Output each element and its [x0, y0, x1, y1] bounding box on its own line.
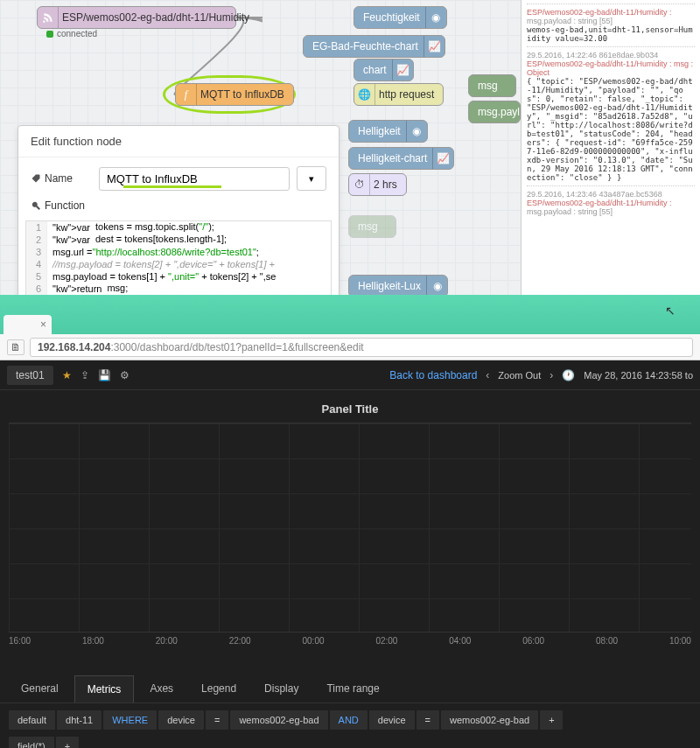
- url-path: :3000/dashboard/db/test01?panelId=1&full…: [110, 341, 363, 353]
- query-row-from: default dht-11 WHERE device = wemos002-e…: [0, 703, 700, 737]
- node-label: EG-Bad-Feuchte-chart: [312, 40, 418, 52]
- address-bar: 🗎 192.168.14.204:3000/dashboard/db/test0…: [0, 334, 700, 360]
- save-icon[interactable]: 💾: [98, 369, 111, 381]
- node-label: Helligkeit-chart: [358, 152, 427, 164]
- node-status: connected: [46, 29, 97, 38]
- panel-title[interactable]: Panel Title: [0, 390, 700, 423]
- mouse-cursor: ↖: [665, 304, 676, 318]
- x-tick: 06:00: [522, 636, 544, 646]
- tab-axes[interactable]: Axes: [137, 675, 186, 703]
- code-line[interactable]: 3msg.url ="http://localhost:8086/write?d…: [26, 246, 331, 258]
- seg-tagkey2[interactable]: device: [369, 710, 415, 730]
- name-label: Name: [31, 172, 92, 185]
- debug-msg-node[interactable]: msg: [468, 74, 516, 97]
- gauge-icon: ◉: [406, 121, 427, 142]
- panel-title: Edit function node: [18, 126, 339, 157]
- debug-sidebar[interactable]: ESP/wemos002-eg-bad/dht-11/Humidity :msg…: [521, 0, 700, 295]
- back-to-dashboard-link[interactable]: Back to dashboard: [389, 369, 477, 381]
- nodered-canvas[interactable]: ESP/wemos002-eg-bad/dht-11/Humidity conn…: [0, 0, 700, 295]
- seg-tagkey1[interactable]: device: [158, 710, 204, 730]
- debug-payload-node[interactable]: msg.payl: [468, 101, 521, 123]
- seg-and: AND: [330, 710, 368, 730]
- mqtt-node-label: ESP/wemos002-eg-bad/dht-11/Humidity: [62, 11, 249, 24]
- feuchtigkeit-node[interactable]: Feuchtigkeit ◉: [354, 6, 447, 29]
- node-label: 2 hrs: [374, 178, 397, 191]
- seg-where: WHERE: [103, 710, 157, 730]
- chart-node[interactable]: chart 📈: [354, 59, 414, 81]
- globe-icon: 🌐: [354, 84, 375, 105]
- function-node[interactable]: f MQTT to InfluxDB: [175, 83, 294, 106]
- feuchte-chart-node[interactable]: EG-Bad-Feuchte-chart 📈: [303, 35, 445, 58]
- x-tick: 20:00: [156, 636, 178, 646]
- seg-tagval2[interactable]: wemos002-eg-bad: [441, 710, 538, 730]
- zoom-out-button[interactable]: Zoom Out: [498, 370, 541, 381]
- tab-metrics[interactable]: Metrics: [74, 675, 135, 703]
- underline-highlight: [123, 185, 221, 188]
- settings-icon[interactable]: ⚙: [120, 369, 130, 381]
- x-tick: 04:00: [449, 636, 471, 646]
- browser-tab[interactable]: ×: [4, 315, 52, 334]
- code-line[interactable]: 4//msg.payload = tokens[2] + ",device=" …: [26, 258, 331, 270]
- query-row-select: field(*) +: [0, 737, 700, 748]
- code-line[interactable]: 1"kw">var tokens = msg.topic.split("/");: [26, 221, 331, 234]
- seg-measurement[interactable]: dht-11: [57, 710, 102, 730]
- mqtt-in-node[interactable]: ESP/wemos002-eg-bad/dht-11/Humidity conn…: [37, 6, 236, 29]
- node-label: Helligkeit-Lux: [358, 280, 421, 292]
- add-condition-button[interactable]: +: [540, 710, 563, 730]
- node-label: MQTT to InfluxDB: [200, 88, 284, 101]
- tab-general[interactable]: General: [9, 675, 71, 703]
- seg-eq1[interactable]: =: [206, 710, 228, 730]
- code-editor[interactable]: 1"kw">var tokens = msg.topic.split("/");…: [25, 220, 332, 295]
- helligkeit-lux-node[interactable]: Helligkeit-Lux ◉: [348, 275, 448, 295]
- code-line[interactable]: 2"kw">var dest = tokens[tokens.length-1]…: [26, 234, 331, 246]
- star-icon[interactable]: ★: [62, 369, 72, 381]
- time-range-display[interactable]: May 28, 2016 14:23:58 to: [584, 370, 693, 381]
- http-request-node[interactable]: 🌐 http request: [354, 83, 444, 106]
- add-field-button[interactable]: +: [56, 737, 79, 748]
- chart-icon: 📈: [424, 36, 444, 57]
- clock-icon: 🕐: [562, 369, 575, 381]
- node-label: msg: [478, 80, 498, 92]
- code-line[interactable]: 6"kw">return msg;: [26, 283, 331, 295]
- gauge-icon: ◉: [425, 7, 446, 28]
- delay-node[interactable]: ⏱ 2 hrs: [348, 173, 407, 196]
- seg-tagval1[interactable]: wemos002-eg-bad: [230, 710, 327, 730]
- mqtt-icon: [38, 7, 59, 28]
- x-tick: 00:00: [303, 636, 325, 646]
- x-tick: 08:00: [596, 636, 618, 646]
- edit-function-panel: Edit function node Name ▾ Function 1"kw"…: [18, 125, 340, 295]
- share-icon[interactable]: ⇪: [80, 369, 89, 381]
- tab-display[interactable]: Display: [252, 675, 311, 703]
- helligkeit-node[interactable]: Helligkeit ◉: [348, 120, 428, 143]
- chevron-left-icon[interactable]: ‹: [486, 369, 489, 381]
- code-line[interactable]: 5msg.payload = tokens[1] + ",unit=" + to…: [26, 270, 331, 283]
- function-icon: f: [176, 84, 197, 105]
- tab-legend[interactable]: Legend: [189, 675, 248, 703]
- debug-disabled-node[interactable]: msg: [348, 215, 396, 238]
- tag-icon: [31, 173, 41, 184]
- debug-entry[interactable]: 29.5.2016, 14:22:46 861e8dae.9b034ESP/we…: [527, 46, 695, 185]
- chart-icon: 📈: [392, 59, 413, 80]
- node-label: msg: [358, 220, 378, 233]
- url-input[interactable]: 192.168.14.204:3000/dashboard/db/test01?…: [30, 338, 693, 357]
- x-tick: 02:00: [375, 636, 397, 646]
- seg-default[interactable]: default: [9, 710, 55, 730]
- gauge-icon: ◉: [426, 276, 447, 295]
- debug-entry[interactable]: 29.5.2016, 14:23:46 43a487ae.bc5368ESP/w…: [527, 185, 695, 220]
- seg-field[interactable]: field(*): [9, 737, 54, 748]
- node-label: msg.payl: [478, 106, 520, 118]
- x-tick: 18:00: [82, 636, 104, 646]
- helligkeit-chart-node[interactable]: Helligkeit-chart 📈: [348, 147, 454, 170]
- x-axis: 16:0018:0020:0022:0000:0002:0004:0006:00…: [0, 633, 700, 649]
- dashboard-name[interactable]: test01: [7, 366, 53, 385]
- grafana-top-bar: test01 ★ ⇪ 💾 ⚙ Back to dashboard ‹ Zoom …: [0, 360, 700, 390]
- node-label: chart: [363, 64, 387, 76]
- bookmark-button[interactable]: ▾: [297, 166, 326, 191]
- wrench-icon: [31, 200, 41, 211]
- chart-area[interactable]: [9, 423, 691, 633]
- tab-time-range[interactable]: Time range: [314, 675, 391, 703]
- debug-entry[interactable]: ESP/wemos002-eg-bad/dht-11/Humidity :msg…: [527, 3, 695, 46]
- browser-tab-bar: × ↖: [0, 295, 700, 334]
- chevron-right-icon[interactable]: ›: [550, 369, 553, 381]
- seg-eq2[interactable]: =: [416, 710, 439, 730]
